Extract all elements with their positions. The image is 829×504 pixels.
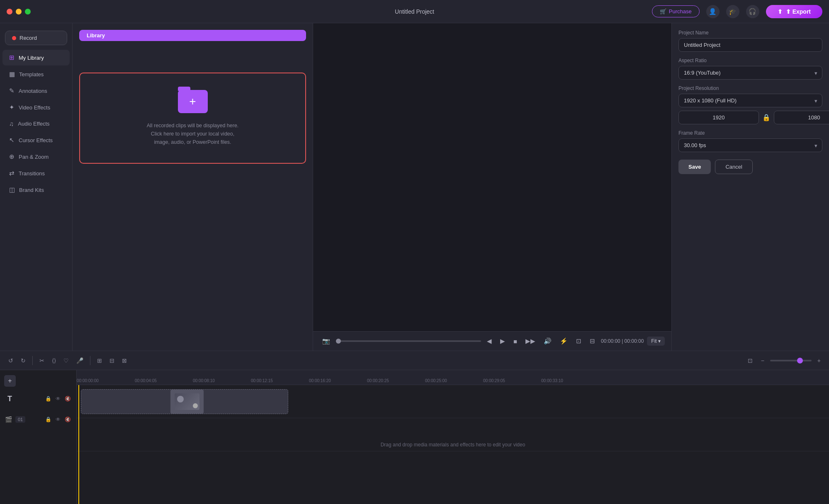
aspect-button[interactable]: ⊟ xyxy=(587,336,598,346)
ruler-tick-1: 00:00:04:05 xyxy=(135,378,157,383)
zoom-controls: ⊡ − + xyxy=(745,356,823,366)
account-icon[interactable]: 👤 xyxy=(706,5,720,18)
add-layer-button[interactable]: ⊞ xyxy=(95,356,105,366)
import-folder-icon: + xyxy=(178,90,208,113)
export-button[interactable]: ⬆ ⬆ Export xyxy=(766,5,822,18)
screenshot-button[interactable]: 📷 xyxy=(320,336,333,346)
trim-button[interactable]: ✂ xyxy=(37,356,47,366)
prop-actions: Save Cancel xyxy=(678,160,822,174)
split-button[interactable]: ⟨⟩ xyxy=(49,356,58,366)
project-name-section: Project Name xyxy=(678,30,822,52)
sidebar: Record ⊞ My Library ▦ Templates ✎ Annota… xyxy=(0,23,73,351)
resolution-inputs: 🔒 xyxy=(678,111,822,124)
stop-button[interactable]: ■ xyxy=(511,336,520,346)
ruler-tick-8: 00:00:33:10 xyxy=(541,378,563,383)
ruler-tick-3: 00:00:12:15 xyxy=(251,378,273,383)
text-track-label-row: T 🔒 👁 🔇 xyxy=(0,388,76,409)
crop-button[interactable]: ⊡ xyxy=(574,336,584,346)
frame-rate-label: Frame Rate xyxy=(678,130,822,136)
rewind-button[interactable]: ◀ xyxy=(484,336,494,346)
resolution-height-input[interactable] xyxy=(774,111,829,124)
video-track-icon: 🎬 xyxy=(4,415,13,424)
import-hint-text: All recorded clips will be displayed her… xyxy=(147,121,239,146)
upload-icon: ⬆ xyxy=(778,8,783,15)
speed-button[interactable]: ⚡ xyxy=(557,336,570,346)
zoom-out-button[interactable]: − xyxy=(758,356,767,366)
sidebar-item-my-library[interactable]: ⊞ My Library xyxy=(2,50,70,65)
sidebar-item-annotations[interactable]: ✎ Annotations xyxy=(2,83,70,99)
text-track-label: T xyxy=(7,395,12,403)
close-button[interactable] xyxy=(7,9,12,15)
record-button[interactable]: Record xyxy=(5,31,67,45)
project-name-input[interactable] xyxy=(678,38,822,52)
play-button[interactable]: ▶ xyxy=(498,336,508,346)
timeline-ruler-area: 00:00:00:00 00:00:04:05 00:00:08:10 00:0… xyxy=(77,370,829,504)
track-controls: 🔒 👁 🔇 xyxy=(44,395,72,402)
lock-icon: 🔒 xyxy=(762,114,771,121)
sidebar-item-transitions[interactable]: ⇄ Transitions xyxy=(2,165,70,181)
mic-button[interactable]: 🎤 xyxy=(74,356,86,366)
graduation-icon[interactable]: 🎓 xyxy=(726,5,739,18)
ruler-tick-2: 00:00:08:10 xyxy=(193,378,215,383)
aspect-ratio-section: Aspect Ratio 16:9 (YouTube) ▾ xyxy=(678,58,822,80)
timeline-sidebar: + T 🔒 👁 🔇 🎬 01 🔒 👁 🔇 xyxy=(0,370,77,504)
minimize-button[interactable] xyxy=(16,9,22,15)
resolution-width-input[interactable] xyxy=(678,111,759,124)
import-area[interactable]: + All recorded clips will be displayed h… xyxy=(79,73,306,164)
track-mute-button[interactable]: 🔇 xyxy=(63,395,72,402)
clip-person-icon xyxy=(177,396,184,402)
group-button[interactable]: ⊠ xyxy=(119,356,129,366)
ruler-tick-7: 00:00:29:05 xyxy=(483,378,505,383)
preview-progress-bar[interactable] xyxy=(336,340,481,342)
track2-mute-button[interactable]: 🔇 xyxy=(63,416,72,423)
progress-thumb[interactable] xyxy=(336,339,341,344)
content-area: Library + All recorded clips will be dis… xyxy=(73,23,829,351)
preview-video-area xyxy=(313,23,671,331)
undo-button[interactable]: ↺ xyxy=(6,356,16,366)
track-number: 01 xyxy=(15,416,25,423)
redo-button[interactable]: ↻ xyxy=(18,356,28,366)
video-effects-icon: ✦ xyxy=(9,104,15,111)
track-visible-button[interactable]: 👁 xyxy=(54,395,62,402)
save-button[interactable]: Save xyxy=(678,160,711,174)
text-track-clip[interactable] xyxy=(81,389,288,414)
sidebar-item-cursor-effects[interactable]: ↖ Cursor Effects xyxy=(2,132,70,148)
maximize-button[interactable] xyxy=(25,9,31,15)
zoom-slider[interactable] xyxy=(770,360,812,361)
fit-button[interactable]: Fit ▾ xyxy=(647,337,665,346)
ruler-tick-4: 00:00:16:20 xyxy=(309,378,331,383)
resolution-select[interactable]: 1920 x 1080 (Full HD) xyxy=(678,94,822,107)
frame-rate-select[interactable]: 30.00 fps xyxy=(678,138,822,152)
zoom-in-button[interactable]: + xyxy=(815,356,823,366)
resolution-section: Project Resolution 1920 x 1080 (Full HD)… xyxy=(678,85,822,124)
playhead[interactable]: ЖС xyxy=(78,385,79,504)
add-track-button[interactable]: + xyxy=(4,375,16,387)
remove-layer-button[interactable]: ⊟ xyxy=(107,356,117,366)
preview-panel: 📷 ◀ ▶ ■ ▶▶ 🔊 ⚡ ⊡ ⊟ 00:00:00 | 00:00:00 xyxy=(313,23,671,351)
sidebar-item-audio-effects[interactable]: ♫ Audio Effects xyxy=(2,116,70,131)
transitions-icon: ⇄ xyxy=(9,170,15,177)
zoom-thumb[interactable] xyxy=(797,358,803,363)
aspect-ratio-select[interactable]: 16:9 (YouTube) xyxy=(678,66,822,80)
timeline-content: + T 🔒 👁 🔇 🎬 01 🔒 👁 🔇 xyxy=(0,370,829,504)
zoom-fit-button[interactable]: ⊡ xyxy=(745,356,755,366)
sidebar-item-pan-zoom[interactable]: ⊕ Pan & Zoom xyxy=(2,149,70,165)
purchase-button[interactable]: 🛒 Purchase xyxy=(652,5,700,17)
headset-icon[interactable]: 🎧 xyxy=(746,5,759,18)
ruler-tick-6: 00:00:25:00 xyxy=(425,378,447,383)
video-track-row: Drag and drop media materials and effect… xyxy=(77,418,829,451)
track2-lock-button[interactable]: 🔒 xyxy=(44,416,53,423)
track-lock-button[interactable]: 🔒 xyxy=(44,395,53,402)
library-tab[interactable]: Library xyxy=(79,30,306,41)
fast-forward-button[interactable]: ▶▶ xyxy=(523,336,538,346)
sidebar-item-video-effects[interactable]: ✦ Video Effects xyxy=(2,99,70,115)
sidebar-item-templates[interactable]: ▦ Templates xyxy=(2,66,70,82)
text-track-row xyxy=(77,385,829,418)
volume-button[interactable]: 🔊 xyxy=(541,336,554,346)
sidebar-item-brand-kits[interactable]: ◫ Brand Kits xyxy=(2,182,70,198)
cancel-button[interactable]: Cancel xyxy=(715,160,752,174)
aspect-ratio-label: Aspect Ratio xyxy=(678,58,822,63)
clip-cursor-icon xyxy=(193,403,198,408)
ripple-button[interactable]: ♡ xyxy=(61,356,71,366)
track2-visible-button[interactable]: 👁 xyxy=(54,416,62,423)
